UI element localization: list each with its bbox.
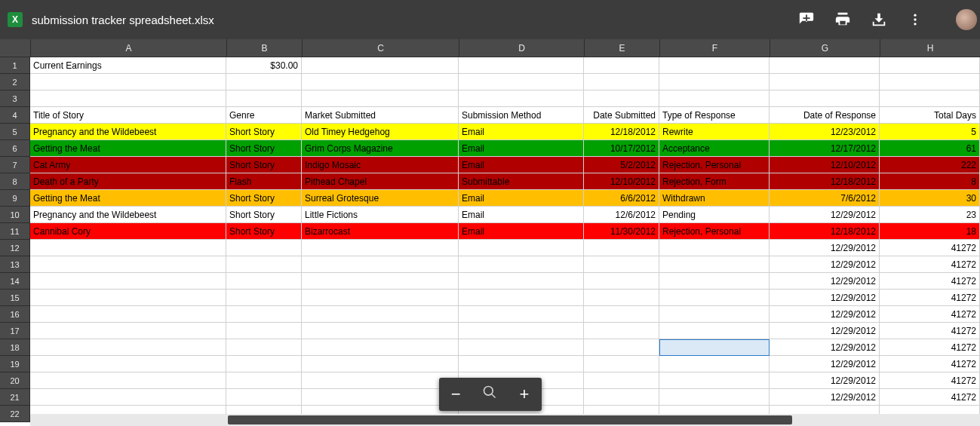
cell[interactable] <box>659 240 770 256</box>
cell[interactable] <box>459 256 584 273</box>
cell[interactable] <box>584 74 659 90</box>
col-header-H[interactable]: H <box>880 39 980 57</box>
cell[interactable] <box>880 57 980 74</box>
cell[interactable] <box>459 306 584 323</box>
cell[interactable]: Getting the Meat <box>30 140 226 157</box>
row-header[interactable]: 1 <box>0 57 30 74</box>
cell[interactable] <box>459 290 584 306</box>
cell[interactable] <box>226 356 302 372</box>
zoom-out-button[interactable]: − <box>445 385 466 404</box>
cell[interactable]: Flash <box>226 173 302 190</box>
row-header[interactable]: 21 <box>0 389 30 406</box>
cell[interactable]: Total Days <box>880 107 980 124</box>
cell[interactable] <box>302 74 459 90</box>
cell[interactable]: 12/29/2012 <box>770 290 880 306</box>
cell[interactable] <box>302 273 459 290</box>
cell[interactable] <box>302 339 459 356</box>
cell[interactable] <box>659 74 770 90</box>
cell[interactable] <box>659 356 770 372</box>
select-all-corner[interactable] <box>0 39 31 57</box>
cell[interactable]: Old Timey Hedgehog <box>302 124 459 140</box>
row-header[interactable]: 12 <box>0 240 30 256</box>
col-header-G[interactable]: G <box>770 39 880 57</box>
cell[interactable]: Little Fictions <box>302 207 459 223</box>
cell[interactable] <box>459 356 584 372</box>
horizontal-scrollbar-thumb[interactable] <box>228 415 792 424</box>
cell[interactable] <box>770 74 880 90</box>
cell[interactable]: Cat Army <box>30 157 226 173</box>
col-header-B[interactable]: B <box>227 39 303 57</box>
cell[interactable]: 12/29/2012 <box>770 207 880 223</box>
cell[interactable]: Email <box>459 124 584 140</box>
cell[interactable]: 5/2/2012 <box>584 157 659 173</box>
row-header[interactable]: 3 <box>0 90 30 107</box>
cell[interactable]: 12/10/2012 <box>584 173 659 190</box>
cell[interactable]: 7/6/2012 <box>770 190 880 207</box>
cell[interactable]: 222 <box>880 157 980 173</box>
cell[interactable] <box>226 306 302 323</box>
cell[interactable]: 12/29/2012 <box>770 273 880 290</box>
more-options-button[interactable] <box>906 11 924 29</box>
cell[interactable]: Withdrawn <box>659 190 770 207</box>
cell[interactable]: Cannibal Cory <box>30 223 226 240</box>
cell[interactable] <box>584 256 659 273</box>
cell[interactable] <box>226 389 302 406</box>
cell[interactable]: 5 <box>880 124 980 140</box>
cell[interactable] <box>30 372 226 389</box>
cell[interactable]: Date Submitted <box>584 107 659 124</box>
zoom-in-button[interactable]: + <box>514 385 535 404</box>
cell[interactable]: 12/29/2012 <box>770 372 880 389</box>
cell[interactable]: 12/29/2012 <box>770 339 880 356</box>
row-header[interactable]: 10 <box>0 207 30 223</box>
cell[interactable]: 12/18/2012 <box>584 124 659 140</box>
cell[interactable]: 12/17/2012 <box>770 140 880 157</box>
cell[interactable] <box>584 372 659 389</box>
cell[interactable] <box>770 90 880 107</box>
cell[interactable] <box>30 389 226 406</box>
horizontal-scrollbar[interactable] <box>30 414 980 426</box>
cell[interactable]: Type of Response <box>659 107 770 124</box>
row-header[interactable]: 7 <box>0 157 30 173</box>
cell[interactable] <box>584 339 659 356</box>
cell[interactable] <box>302 372 459 389</box>
cell[interactable]: Rejection, Personal <box>659 223 770 240</box>
cell[interactable] <box>302 57 459 74</box>
cell[interactable] <box>226 273 302 290</box>
cell[interactable]: 12/10/2012 <box>770 157 880 173</box>
cell[interactable]: Submittable <box>459 173 584 190</box>
cell[interactable] <box>226 323 302 339</box>
cell[interactable] <box>30 90 226 107</box>
cell[interactable] <box>30 356 226 372</box>
row-header[interactable]: 18 <box>0 339 30 356</box>
cell[interactable]: 41272 <box>880 256 980 273</box>
zoom-reset-button[interactable] <box>479 385 500 404</box>
cell[interactable]: Short Story <box>226 223 302 240</box>
cell[interactable]: Surreal Grotesque <box>302 190 459 207</box>
cell[interactable] <box>770 57 880 74</box>
cell[interactable] <box>30 323 226 339</box>
cell[interactable] <box>302 90 459 107</box>
cell[interactable]: Email <box>459 190 584 207</box>
cell[interactable] <box>226 372 302 389</box>
avatar[interactable] <box>956 9 977 30</box>
cell[interactable] <box>30 256 226 273</box>
cell[interactable]: Email <box>459 140 584 157</box>
cell[interactable]: 23 <box>880 207 980 223</box>
cell[interactable] <box>584 389 659 406</box>
cell[interactable] <box>302 389 459 406</box>
row-header[interactable]: 5 <box>0 124 30 140</box>
cell[interactable]: Short Story <box>226 190 302 207</box>
cell[interactable]: 61 <box>880 140 980 157</box>
cell[interactable] <box>584 57 659 74</box>
cell[interactable] <box>226 74 302 90</box>
col-header-C[interactable]: C <box>303 39 459 57</box>
cell[interactable]: Email <box>459 223 584 240</box>
cell[interactable]: Short Story <box>226 140 302 157</box>
row-header[interactable]: 6 <box>0 140 30 157</box>
cell[interactable]: 18 <box>880 223 980 240</box>
cell[interactable] <box>226 90 302 107</box>
cell[interactable] <box>659 57 770 74</box>
cell[interactable]: Current Earnings <box>30 57 226 74</box>
cell[interactable]: 11/30/2012 <box>584 223 659 240</box>
cell[interactable]: 41272 <box>880 290 980 306</box>
